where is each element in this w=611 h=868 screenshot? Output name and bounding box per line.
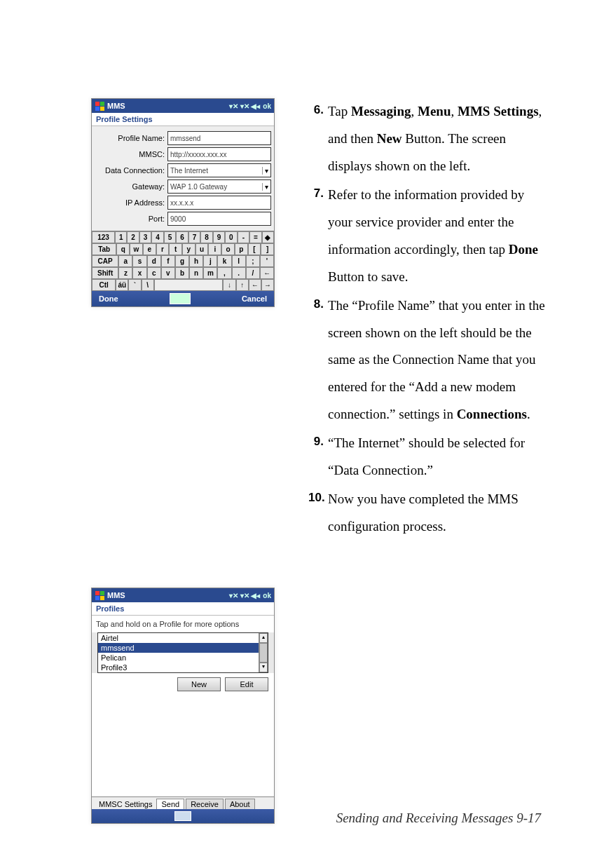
key[interactable]: 6: [176, 231, 188, 243]
label-port: Port:: [95, 215, 167, 223]
signal-icon: ▾✕ ▾✕ ◀◂: [229, 102, 261, 110]
tab-receive[interactable]: Receive: [186, 799, 224, 809]
step-number: 9.: [308, 430, 324, 454]
onscreen-keyboard[interactable]: 1231234567890-=◆ Tabqwertyuiop[] CAPasdf…: [92, 231, 274, 291]
key[interactable]: 7: [188, 231, 200, 243]
screen-subtitle: Profile Settings: [92, 113, 274, 126]
key[interactable]: .: [232, 267, 246, 279]
key[interactable]: s: [132, 255, 146, 267]
key[interactable]: /: [246, 267, 260, 279]
key[interactable]: 3: [139, 231, 151, 243]
input-mmsc[interactable]: http://xxxxx.xxx.xx: [167, 147, 271, 161]
key[interactable]: k: [217, 255, 231, 267]
key-right[interactable]: →: [261, 279, 274, 291]
titlebar-status: ▾✕ ▾✕ ◀◂ ok: [229, 592, 271, 599]
key[interactable]: ]: [261, 243, 274, 255]
key[interactable]: d: [147, 255, 161, 267]
key[interactable]: Shift: [92, 267, 118, 279]
key-backtick[interactable]: `: [128, 279, 141, 291]
scroll-track[interactable]: [259, 643, 268, 663]
key[interactable]: =: [249, 231, 261, 243]
select-gateway[interactable]: WAP 1.0 Gateway▾: [167, 179, 271, 194]
form-area: Profile Name: mmssend MMSC: http://xxxxx…: [92, 126, 274, 231]
select-data-connection[interactable]: The Internet▾: [167, 163, 271, 177]
key-intl[interactable]: áü: [116, 279, 128, 291]
list-item-selected[interactable]: mmssend: [98, 643, 268, 653]
key[interactable]: [: [248, 243, 261, 255]
key[interactable]: 9: [213, 231, 225, 243]
key[interactable]: q: [116, 243, 130, 255]
key[interactable]: 5: [164, 231, 176, 243]
list-item[interactable]: Airtel: [98, 633, 268, 643]
input-port[interactable]: 9000: [167, 212, 271, 226]
key[interactable]: ◆: [262, 231, 274, 243]
key[interactable]: l: [232, 255, 246, 267]
key[interactable]: j: [203, 255, 217, 267]
key[interactable]: r: [156, 243, 170, 255]
key[interactable]: p: [235, 243, 248, 255]
key[interactable]: o: [221, 243, 235, 255]
key[interactable]: x: [132, 267, 146, 279]
new-button[interactable]: New: [177, 677, 221, 691]
scroll-down-icon[interactable]: ▾: [259, 663, 268, 672]
tab-send[interactable]: Send: [156, 799, 184, 809]
key[interactable]: 4: [151, 231, 163, 243]
key[interactable]: i: [208, 243, 221, 255]
edit-button[interactable]: Edit: [225, 677, 268, 691]
input-profile-name[interactable]: mmssend: [167, 131, 271, 145]
key[interactable]: a: [118, 255, 132, 267]
key[interactable]: w: [130, 243, 143, 255]
key[interactable]: 1: [115, 231, 127, 243]
step-6: 6. Tap Messaging, Menu, MMS Settings, an…: [308, 98, 547, 180]
key[interactable]: c: [147, 267, 161, 279]
key[interactable]: 0: [225, 231, 237, 243]
key[interactable]: 123: [92, 231, 115, 243]
key-space[interactable]: [154, 279, 224, 291]
ok-button[interactable]: ok: [263, 592, 271, 599]
tab-about[interactable]: About: [225, 799, 255, 809]
key[interactable]: e: [143, 243, 156, 255]
step-number: 7.: [308, 182, 324, 206]
row-ip: IP Address: xx.x.x.x: [95, 196, 271, 210]
key[interactable]: h: [189, 255, 203, 267]
list-item[interactable]: Pelican: [98, 653, 268, 663]
key[interactable]: CAP: [92, 255, 118, 267]
key[interactable]: v: [161, 267, 175, 279]
key[interactable]: b: [175, 267, 189, 279]
ok-button[interactable]: ok: [263, 102, 271, 110]
key[interactable]: y: [182, 243, 195, 255]
cancel-button[interactable]: Cancel: [242, 294, 267, 303]
sip-icon[interactable]: [174, 811, 191, 821]
sip-icon[interactable]: [170, 293, 191, 304]
key-ctl[interactable]: Ctl: [92, 279, 116, 291]
key[interactable]: ': [260, 255, 274, 267]
scroll-up-icon[interactable]: ▴: [259, 633, 268, 643]
key[interactable]: z: [118, 267, 132, 279]
key[interactable]: n: [189, 267, 203, 279]
done-button[interactable]: Done: [99, 294, 118, 303]
key[interactable]: ,: [217, 267, 231, 279]
key[interactable]: ;: [246, 255, 260, 267]
key-up[interactable]: ↑: [236, 279, 249, 291]
key-down[interactable]: ↓: [223, 279, 235, 291]
key[interactable]: t: [169, 243, 182, 255]
list-item[interactable]: Profile3: [98, 663, 268, 672]
title-text: MMS: [107, 102, 125, 110]
key[interactable]: 2: [127, 231, 139, 243]
key[interactable]: 8: [200, 231, 212, 243]
input-ip[interactable]: xx.x.x.x: [167, 196, 271, 210]
key-left[interactable]: ←: [249, 279, 261, 291]
key[interactable]: g: [175, 255, 189, 267]
key-backslash[interactable]: \: [142, 279, 154, 291]
titlebar: MMS ▾✕ ▾✕ ◀◂ ok: [92, 99, 274, 113]
key[interactable]: ←: [260, 267, 274, 279]
scrollbar[interactable]: ▴ ▾: [259, 633, 268, 672]
profiles-listbox[interactable]: Airtel mmssend Pelican Profile3 ▴ ▾: [97, 632, 268, 673]
key[interactable]: Tab: [92, 243, 116, 255]
key[interactable]: u: [195, 243, 209, 255]
key[interactable]: m: [203, 267, 217, 279]
key[interactable]: -: [238, 231, 249, 243]
key[interactable]: f: [161, 255, 175, 267]
bottom-bar: Done Cancel: [92, 291, 274, 306]
step-9: 9. “The Internet” should be selected for…: [308, 430, 547, 484]
